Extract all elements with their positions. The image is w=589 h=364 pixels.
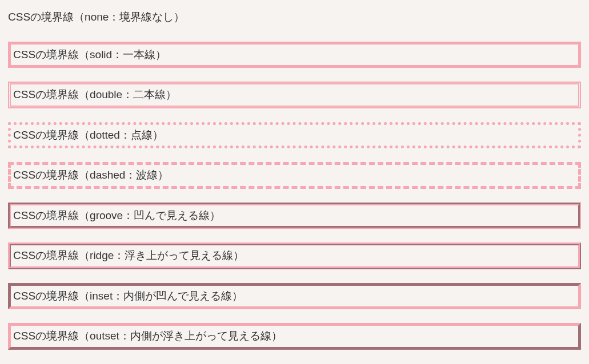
border-label: CSSの境界線（none：境界線なし） [8, 11, 185, 23]
border-label: CSSの境界線（dotted：点線） [13, 129, 163, 141]
border-label: CSSの境界線（outset：内側が浮き上がって見える線） [13, 330, 282, 342]
border-label: CSSの境界線（ridge：浮き上がって見える線） [13, 249, 244, 261]
border-example-ridge: CSSの境界線（ridge：浮き上がって見える線） [8, 242, 581, 269]
border-label: CSSの境界線（double：二本線） [13, 88, 177, 100]
border-label: CSSの境界線（groove：凹んで見える線） [13, 209, 221, 221]
border-example-inset: CSSの境界線（inset：内側が凹んで見える線） [8, 283, 581, 310]
border-example-dashed: CSSの境界線（dashed：波線） [8, 162, 581, 189]
border-example-groove: CSSの境界線（groove：凹んで見える線） [8, 203, 581, 229]
border-example-solid: CSSの境界線（solid：一本線） [8, 42, 581, 68]
border-example-outset: CSSの境界線（outset：内側が浮き上がって見える線） [8, 323, 581, 350]
border-label: CSSの境界線（solid：一本線） [13, 48, 166, 60]
border-example-double: CSSの境界線（double：二本線） [8, 82, 581, 108]
border-example-dotted: CSSの境界線（dotted：点線） [8, 122, 581, 149]
border-example-none: CSSの境界線（none：境界線なし） [8, 9, 581, 26]
border-label: CSSの境界線（inset：内側が凹んで見える線） [13, 290, 243, 302]
border-label: CSSの境界線（dashed：波線） [13, 169, 169, 181]
